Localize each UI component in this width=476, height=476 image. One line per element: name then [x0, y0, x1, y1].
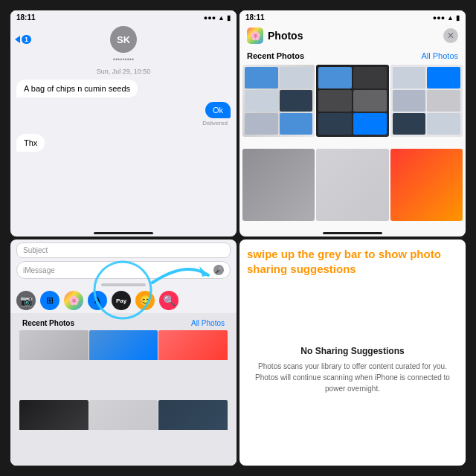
home-bar-tr	[323, 232, 382, 234]
bl-section-header: Recent Photos All Photos	[16, 316, 231, 330]
app-bar-container: 📷 ⊞ 🌸 A Pay 😊 🔍	[10, 282, 237, 313]
photos-icon-bar[interactable]: 🌸	[64, 291, 83, 310]
imessage-panel: 18:11 ●●● ▲ ▮ 1 SK •••••••	[10, 10, 237, 237]
bl-thumb-6[interactable]	[158, 400, 228, 466]
message-bubble-right-wrap: Ok Delivered	[16, 102, 231, 126]
no-sharing-desc: Photos scans your library to offer conte…	[253, 361, 452, 394]
sticker-icon[interactable]: 😊	[135, 291, 155, 310]
battery-icon: ▮	[227, 14, 231, 22]
photos-title: Photos	[268, 30, 303, 42]
swipe-instruction: swipe up the grey bar to show photo shar…	[247, 247, 458, 276]
imessage-input[interactable]: iMessage 🎤	[16, 261, 231, 279]
appstore-icon[interactable]: A	[88, 291, 107, 310]
no-sharing-title: No Sharing Suggestions	[300, 346, 404, 356]
mic-icon: 🎤	[213, 265, 224, 275]
bl-thumb-2[interactable]	[89, 330, 158, 399]
wifi-icon: ▲	[218, 14, 225, 22]
message-bubble-right: Ok	[205, 102, 231, 118]
nav-bar: 1 SK	[10, 23, 237, 56]
photo-grid	[239, 63, 466, 232]
signal-icon-tr: ●●●	[433, 14, 445, 22]
photo-thumb-6[interactable]	[390, 149, 463, 221]
photo-thumb-2[interactable]	[316, 65, 388, 137]
photos-title-row: 🌸 Photos	[247, 28, 303, 44]
bl-thumb-4[interactable]	[19, 400, 89, 466]
message-bubble-thx: Thx	[16, 134, 45, 152]
photo-thumb-5[interactable]	[316, 149, 388, 221]
photos-app-icon: 🌸	[247, 28, 263, 44]
subject-field[interactable]: Subject	[16, 242, 231, 258]
bl-thumb-3[interactable]	[158, 330, 228, 399]
badge-count: 1	[22, 35, 31, 44]
close-button[interactable]: ✕	[443, 28, 458, 43]
compose-area: Subject iMessage 🎤	[10, 239, 237, 282]
no-sharing-panel: swipe up the grey bar to show photo shar…	[239, 239, 466, 466]
back-chevron-icon	[15, 36, 20, 43]
messages-area: A bag of chips n cumin seeds Ok Delivere…	[10, 80, 237, 230]
bl-photo-grid	[16, 330, 231, 466]
photos-header: 🌸 Photos ✕	[239, 23, 466, 48]
time-label: 18:11	[16, 13, 36, 22]
photo-thumb-4[interactable]	[242, 149, 315, 221]
recent-photos-label-bl: Recent Photos	[22, 319, 74, 327]
contact-name: •••••••••	[10, 56, 237, 65]
battery-icon-tr: ▮	[456, 14, 460, 22]
all-photos-link[interactable]: All Photos	[421, 51, 458, 60]
back-button[interactable]: 1	[15, 35, 31, 44]
delivered-label: Delivered	[202, 120, 231, 126]
photo-thumb-1[interactable]	[242, 65, 315, 137]
message-bubble-left: A bag of chips n cumin seeds	[16, 80, 138, 97]
app-bar: 📷 ⊞ 🌸 A Pay 😊 🔍	[10, 288, 237, 313]
search-icon[interactable]: 🔍	[159, 291, 178, 310]
bl-thumb-5[interactable]	[89, 400, 158, 466]
home-bar	[94, 232, 153, 234]
signal-icon: ●●●	[204, 14, 216, 22]
apps-icon[interactable]: ⊞	[40, 291, 60, 310]
date-label: Sun, Jul 29, 10:50	[10, 65, 237, 80]
time-label-tr: 18:11	[245, 13, 265, 22]
imessage-compose-panel: Subject iMessage 🎤 📷 ⊞ 🌸 A Pay	[10, 239, 237, 466]
camera-icon[interactable]: 📷	[16, 291, 36, 310]
grey-pill[interactable]	[101, 283, 146, 286]
all-photos-link-bl[interactable]: All Photos	[191, 319, 225, 327]
status-bar-tl: 18:11 ●●● ▲ ▮	[10, 10, 237, 23]
status-bar-tr: 18:11 ●●● ▲ ▮	[239, 10, 466, 23]
bl-thumb-1[interactable]	[19, 330, 89, 399]
photo-thumb-3[interactable]	[390, 65, 463, 137]
avatar: SK	[110, 26, 137, 53]
section-header: Recent Photos All Photos	[239, 48, 466, 63]
recent-photos-label: Recent Photos	[247, 51, 304, 60]
wifi-icon-tr: ▲	[447, 14, 454, 22]
applepay-icon[interactable]: Pay	[112, 291, 131, 310]
photos-panel: 18:11 ●●● ▲ ▮ 🌸 Photos ✕	[239, 10, 466, 237]
